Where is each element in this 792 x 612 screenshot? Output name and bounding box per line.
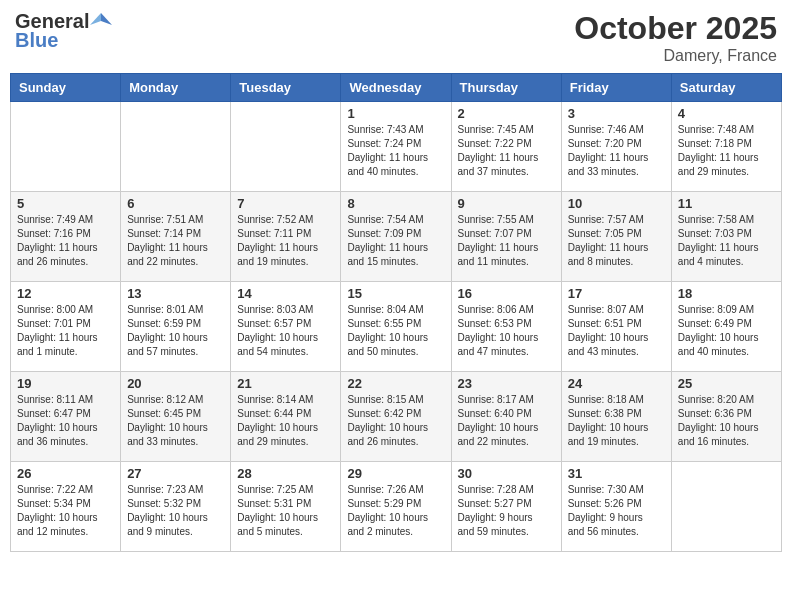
calendar-cell: 27Sunrise: 7:23 AMSunset: 5:32 PMDayligh… (121, 462, 231, 552)
calendar-cell (121, 102, 231, 192)
day-info: Sunrise: 8:14 AMSunset: 6:44 PMDaylight:… (237, 393, 334, 449)
calendar-cell: 20Sunrise: 8:12 AMSunset: 6:45 PMDayligh… (121, 372, 231, 462)
day-number: 9 (458, 196, 555, 211)
day-number: 24 (568, 376, 665, 391)
calendar-cell: 9Sunrise: 7:55 AMSunset: 7:07 PMDaylight… (451, 192, 561, 282)
day-number: 4 (678, 106, 775, 121)
weekday-header-row: SundayMondayTuesdayWednesdayThursdayFrid… (11, 74, 782, 102)
calendar-cell: 4Sunrise: 7:48 AMSunset: 7:18 PMDaylight… (671, 102, 781, 192)
calendar-cell: 7Sunrise: 7:52 AMSunset: 7:11 PMDaylight… (231, 192, 341, 282)
day-info: Sunrise: 7:46 AMSunset: 7:20 PMDaylight:… (568, 123, 665, 179)
day-number: 11 (678, 196, 775, 211)
day-number: 20 (127, 376, 224, 391)
calendar-cell: 10Sunrise: 7:57 AMSunset: 7:05 PMDayligh… (561, 192, 671, 282)
calendar-cell: 3Sunrise: 7:46 AMSunset: 7:20 PMDaylight… (561, 102, 671, 192)
weekday-header-thursday: Thursday (451, 74, 561, 102)
day-info: Sunrise: 7:25 AMSunset: 5:31 PMDaylight:… (237, 483, 334, 539)
calendar-week-row: 1Sunrise: 7:43 AMSunset: 7:24 PMDaylight… (11, 102, 782, 192)
calendar-cell: 13Sunrise: 8:01 AMSunset: 6:59 PMDayligh… (121, 282, 231, 372)
day-number: 10 (568, 196, 665, 211)
day-info: Sunrise: 7:30 AMSunset: 5:26 PMDaylight:… (568, 483, 665, 539)
day-info: Sunrise: 7:57 AMSunset: 7:05 PMDaylight:… (568, 213, 665, 269)
weekday-header-tuesday: Tuesday (231, 74, 341, 102)
day-number: 6 (127, 196, 224, 211)
day-info: Sunrise: 7:54 AMSunset: 7:09 PMDaylight:… (347, 213, 444, 269)
day-number: 12 (17, 286, 114, 301)
day-info: Sunrise: 7:45 AMSunset: 7:22 PMDaylight:… (458, 123, 555, 179)
day-number: 8 (347, 196, 444, 211)
day-info: Sunrise: 8:01 AMSunset: 6:59 PMDaylight:… (127, 303, 224, 359)
calendar-cell: 14Sunrise: 8:03 AMSunset: 6:57 PMDayligh… (231, 282, 341, 372)
day-number: 19 (17, 376, 114, 391)
calendar-cell: 21Sunrise: 8:14 AMSunset: 6:44 PMDayligh… (231, 372, 341, 462)
svg-marker-0 (101, 13, 112, 25)
day-number: 31 (568, 466, 665, 481)
day-info: Sunrise: 7:48 AMSunset: 7:18 PMDaylight:… (678, 123, 775, 179)
logo: General Blue (15, 10, 112, 52)
day-number: 3 (568, 106, 665, 121)
weekday-header-saturday: Saturday (671, 74, 781, 102)
calendar-cell: 25Sunrise: 8:20 AMSunset: 6:36 PMDayligh… (671, 372, 781, 462)
day-info: Sunrise: 7:22 AMSunset: 5:34 PMDaylight:… (17, 483, 114, 539)
day-info: Sunrise: 8:12 AMSunset: 6:45 PMDaylight:… (127, 393, 224, 449)
calendar-week-row: 26Sunrise: 7:22 AMSunset: 5:34 PMDayligh… (11, 462, 782, 552)
day-info: Sunrise: 8:20 AMSunset: 6:36 PMDaylight:… (678, 393, 775, 449)
month-title: October 2025 (574, 10, 777, 47)
day-number: 7 (237, 196, 334, 211)
day-info: Sunrise: 8:18 AMSunset: 6:38 PMDaylight:… (568, 393, 665, 449)
calendar-cell: 19Sunrise: 8:11 AMSunset: 6:47 PMDayligh… (11, 372, 121, 462)
calendar-cell: 1Sunrise: 7:43 AMSunset: 7:24 PMDaylight… (341, 102, 451, 192)
day-number: 2 (458, 106, 555, 121)
logo-bird-icon (90, 11, 112, 33)
day-number: 25 (678, 376, 775, 391)
day-number: 5 (17, 196, 114, 211)
page-header: General Blue October 2025 Damery, France (10, 10, 782, 65)
calendar-cell: 30Sunrise: 7:28 AMSunset: 5:27 PMDayligh… (451, 462, 561, 552)
weekday-header-monday: Monday (121, 74, 231, 102)
weekday-header-wednesday: Wednesday (341, 74, 451, 102)
calendar-cell: 29Sunrise: 7:26 AMSunset: 5:29 PMDayligh… (341, 462, 451, 552)
day-info: Sunrise: 7:51 AMSunset: 7:14 PMDaylight:… (127, 213, 224, 269)
calendar-cell: 22Sunrise: 8:15 AMSunset: 6:42 PMDayligh… (341, 372, 451, 462)
day-info: Sunrise: 8:04 AMSunset: 6:55 PMDaylight:… (347, 303, 444, 359)
day-info: Sunrise: 7:49 AMSunset: 7:16 PMDaylight:… (17, 213, 114, 269)
day-info: Sunrise: 8:15 AMSunset: 6:42 PMDaylight:… (347, 393, 444, 449)
calendar-cell: 11Sunrise: 7:58 AMSunset: 7:03 PMDayligh… (671, 192, 781, 282)
logo-blue: Blue (15, 29, 58, 52)
calendar-cell (11, 102, 121, 192)
calendar-table: SundayMondayTuesdayWednesdayThursdayFrid… (10, 73, 782, 552)
day-number: 13 (127, 286, 224, 301)
day-number: 14 (237, 286, 334, 301)
calendar-cell: 24Sunrise: 8:18 AMSunset: 6:38 PMDayligh… (561, 372, 671, 462)
calendar-cell: 17Sunrise: 8:07 AMSunset: 6:51 PMDayligh… (561, 282, 671, 372)
calendar-cell: 18Sunrise: 8:09 AMSunset: 6:49 PMDayligh… (671, 282, 781, 372)
calendar-cell: 8Sunrise: 7:54 AMSunset: 7:09 PMDaylight… (341, 192, 451, 282)
day-info: Sunrise: 7:52 AMSunset: 7:11 PMDaylight:… (237, 213, 334, 269)
weekday-header-sunday: Sunday (11, 74, 121, 102)
calendar-cell: 5Sunrise: 7:49 AMSunset: 7:16 PMDaylight… (11, 192, 121, 282)
day-info: Sunrise: 8:03 AMSunset: 6:57 PMDaylight:… (237, 303, 334, 359)
day-info: Sunrise: 8:11 AMSunset: 6:47 PMDaylight:… (17, 393, 114, 449)
svg-marker-1 (90, 13, 101, 25)
calendar-cell (231, 102, 341, 192)
calendar-cell: 31Sunrise: 7:30 AMSunset: 5:26 PMDayligh… (561, 462, 671, 552)
day-number: 17 (568, 286, 665, 301)
day-number: 30 (458, 466, 555, 481)
day-number: 16 (458, 286, 555, 301)
day-number: 29 (347, 466, 444, 481)
calendar-cell: 23Sunrise: 8:17 AMSunset: 6:40 PMDayligh… (451, 372, 561, 462)
calendar-cell: 2Sunrise: 7:45 AMSunset: 7:22 PMDaylight… (451, 102, 561, 192)
day-number: 27 (127, 466, 224, 481)
day-info: Sunrise: 7:28 AMSunset: 5:27 PMDaylight:… (458, 483, 555, 539)
calendar-cell: 28Sunrise: 7:25 AMSunset: 5:31 PMDayligh… (231, 462, 341, 552)
day-number: 26 (17, 466, 114, 481)
day-number: 15 (347, 286, 444, 301)
calendar-week-row: 12Sunrise: 8:00 AMSunset: 7:01 PMDayligh… (11, 282, 782, 372)
calendar-cell: 26Sunrise: 7:22 AMSunset: 5:34 PMDayligh… (11, 462, 121, 552)
calendar-cell (671, 462, 781, 552)
calendar-week-row: 19Sunrise: 8:11 AMSunset: 6:47 PMDayligh… (11, 372, 782, 462)
day-number: 21 (237, 376, 334, 391)
calendar-cell: 16Sunrise: 8:06 AMSunset: 6:53 PMDayligh… (451, 282, 561, 372)
day-info: Sunrise: 7:55 AMSunset: 7:07 PMDaylight:… (458, 213, 555, 269)
title-block: October 2025 Damery, France (574, 10, 777, 65)
